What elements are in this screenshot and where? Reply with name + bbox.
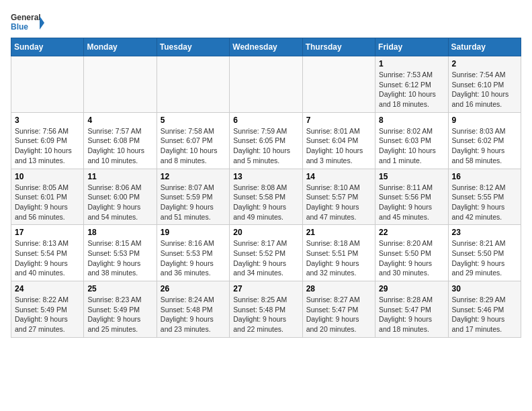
day-number: 16 [452, 172, 517, 181]
calendar-cell: 22 Sunrise: 8:20 AMSunset: 5:50 PMDaylig… [375, 225, 448, 281]
header-day: Monday [84, 38, 157, 56]
calendar-cell: 10 Sunrise: 8:05 AMSunset: 6:01 PMDaylig… [11, 169, 84, 225]
day-number: 24 [15, 284, 80, 293]
day-detail: Sunrise: 8:02 AMSunset: 6:03 PMDaylight:… [379, 127, 436, 165]
day-detail: Sunrise: 8:01 AMSunset: 6:04 PMDaylight:… [306, 127, 363, 165]
logo: General Blue [11, 11, 44, 35]
day-number: 28 [306, 284, 371, 293]
header-day: Wednesday [230, 38, 302, 56]
day-detail: Sunrise: 8:21 AMSunset: 5:50 PMDaylight:… [452, 239, 506, 277]
header-day: Sunday [11, 38, 84, 56]
calendar-cell: 17 Sunrise: 8:13 AMSunset: 5:54 PMDaylig… [11, 225, 84, 281]
header-day: Saturday [448, 38, 521, 56]
calendar-cell: 12 Sunrise: 8:07 AMSunset: 5:59 PMDaylig… [157, 169, 229, 225]
calendar-cell: 13 Sunrise: 8:08 AMSunset: 5:58 PMDaylig… [230, 169, 302, 225]
calendar-cell: 14 Sunrise: 8:10 AMSunset: 5:57 PMDaylig… [302, 169, 375, 225]
day-number: 18 [87, 228, 152, 237]
calendar-cell: 15 Sunrise: 8:11 AMSunset: 5:56 PMDaylig… [375, 169, 448, 225]
calendar-cell: 7 Sunrise: 8:01 AMSunset: 6:04 PMDayligh… [302, 112, 375, 169]
day-number: 9 [452, 116, 517, 125]
day-detail: Sunrise: 8:24 AMSunset: 5:48 PMDaylight:… [161, 295, 214, 333]
day-number: 10 [15, 172, 80, 181]
day-detail: Sunrise: 8:29 AMSunset: 5:46 PMDaylight:… [452, 295, 506, 333]
day-number: 27 [233, 284, 298, 293]
day-number: 11 [87, 172, 152, 181]
calendar-cell: 11 Sunrise: 8:06 AMSunset: 6:00 PMDaylig… [84, 169, 157, 225]
svg-text:General: General [11, 13, 41, 22]
day-detail: Sunrise: 8:12 AMSunset: 5:55 PMDaylight:… [452, 183, 506, 221]
day-number: 2 [452, 59, 517, 68]
calendar-cell [84, 56, 157, 113]
day-detail: Sunrise: 7:58 AMSunset: 6:07 PMDaylight:… [161, 127, 218, 165]
day-detail: Sunrise: 8:15 AMSunset: 5:53 PMDaylight:… [87, 239, 141, 277]
calendar-cell: 16 Sunrise: 8:12 AMSunset: 5:55 PMDaylig… [448, 169, 521, 225]
calendar-cell: 25 Sunrise: 8:23 AMSunset: 5:49 PMDaylig… [84, 281, 157, 338]
calendar-cell: 8 Sunrise: 8:02 AMSunset: 6:03 PMDayligh… [375, 112, 448, 169]
day-detail: Sunrise: 8:25 AMSunset: 5:48 PMDaylight:… [233, 295, 287, 333]
day-detail: Sunrise: 8:28 AMSunset: 5:47 PMDaylight:… [379, 295, 433, 333]
day-number: 26 [161, 284, 226, 293]
day-detail: Sunrise: 7:54 AMSunset: 6:10 PMDaylight:… [452, 71, 509, 108]
calendar-cell: 9 Sunrise: 8:03 AMSunset: 6:02 PMDayligh… [448, 112, 521, 169]
header-day: Tuesday [157, 38, 229, 56]
calendar-cell [302, 56, 375, 113]
day-detail: Sunrise: 8:20 AMSunset: 5:50 PMDaylight:… [379, 239, 433, 277]
calendar-cell: 6 Sunrise: 7:59 AMSunset: 6:05 PMDayligh… [230, 112, 302, 169]
day-detail: Sunrise: 8:17 AMSunset: 5:52 PMDaylight:… [233, 239, 287, 277]
calendar-cell: 1 Sunrise: 7:53 AMSunset: 6:12 PMDayligh… [375, 56, 448, 113]
day-number: 25 [87, 284, 152, 293]
day-detail: Sunrise: 8:05 AMSunset: 6:01 PMDaylight:… [15, 183, 69, 221]
calendar-cell: 30 Sunrise: 8:29 AMSunset: 5:46 PMDaylig… [448, 281, 521, 338]
calendar-cell: 4 Sunrise: 7:57 AMSunset: 6:08 PMDayligh… [84, 112, 157, 169]
day-detail: Sunrise: 8:16 AMSunset: 5:53 PMDaylight:… [161, 239, 214, 277]
calendar-cell: 21 Sunrise: 8:18 AMSunset: 5:51 PMDaylig… [302, 225, 375, 281]
calendar-cell [157, 56, 229, 113]
day-number: 12 [161, 172, 226, 181]
day-detail: Sunrise: 8:18 AMSunset: 5:51 PMDaylight:… [306, 239, 360, 277]
day-number: 21 [306, 228, 371, 237]
day-number: 15 [379, 172, 444, 181]
svg-marker-2 [40, 16, 44, 30]
day-detail: Sunrise: 7:56 AMSunset: 6:09 PMDaylight:… [15, 127, 72, 165]
day-detail: Sunrise: 7:57 AMSunset: 6:08 PMDaylight:… [87, 127, 144, 165]
calendar-cell [230, 56, 302, 113]
day-number: 17 [15, 228, 80, 237]
day-number: 14 [306, 172, 371, 181]
day-number: 7 [306, 116, 371, 125]
calendar-cell [11, 56, 84, 113]
calendar-cell: 23 Sunrise: 8:21 AMSunset: 5:50 PMDaylig… [448, 225, 521, 281]
day-detail: Sunrise: 8:08 AMSunset: 5:58 PMDaylight:… [233, 183, 287, 221]
day-detail: Sunrise: 8:07 AMSunset: 5:59 PMDaylight:… [161, 183, 214, 221]
day-detail: Sunrise: 8:22 AMSunset: 5:49 PMDaylight:… [15, 295, 69, 333]
day-number: 4 [87, 116, 152, 125]
calendar-cell: 3 Sunrise: 7:56 AMSunset: 6:09 PMDayligh… [11, 112, 84, 169]
day-number: 5 [161, 116, 226, 125]
calendar: SundayMondayTuesdayWednesdayThursdayFrid… [11, 38, 521, 338]
day-detail: Sunrise: 7:59 AMSunset: 6:05 PMDaylight:… [233, 127, 290, 165]
calendar-cell: 18 Sunrise: 8:15 AMSunset: 5:53 PMDaylig… [84, 225, 157, 281]
day-detail: Sunrise: 8:10 AMSunset: 5:57 PMDaylight:… [306, 183, 360, 221]
calendar-cell: 26 Sunrise: 8:24 AMSunset: 5:48 PMDaylig… [157, 281, 229, 338]
header-day: Friday [375, 38, 448, 56]
day-number: 19 [161, 228, 226, 237]
day-detail: Sunrise: 7:53 AMSunset: 6:12 PMDaylight:… [379, 71, 436, 108]
header-day: Thursday [302, 38, 375, 56]
day-number: 13 [233, 172, 298, 181]
day-number: 8 [379, 116, 444, 125]
calendar-cell: 5 Sunrise: 7:58 AMSunset: 6:07 PMDayligh… [157, 112, 229, 169]
calendar-cell: 19 Sunrise: 8:16 AMSunset: 5:53 PMDaylig… [157, 225, 229, 281]
day-detail: Sunrise: 8:23 AMSunset: 5:49 PMDaylight:… [87, 295, 141, 333]
day-number: 6 [233, 116, 298, 125]
calendar-cell: 27 Sunrise: 8:25 AMSunset: 5:48 PMDaylig… [230, 281, 302, 338]
day-detail: Sunrise: 8:27 AMSunset: 5:47 PMDaylight:… [306, 295, 360, 333]
calendar-cell: 29 Sunrise: 8:28 AMSunset: 5:47 PMDaylig… [375, 281, 448, 338]
day-number: 30 [452, 284, 517, 293]
svg-text:Blue: Blue [11, 22, 28, 32]
day-detail: Sunrise: 8:11 AMSunset: 5:56 PMDaylight:… [379, 183, 433, 221]
calendar-cell: 20 Sunrise: 8:17 AMSunset: 5:52 PMDaylig… [230, 225, 302, 281]
calendar-cell: 28 Sunrise: 8:27 AMSunset: 5:47 PMDaylig… [302, 281, 375, 338]
day-number: 29 [379, 284, 444, 293]
calendar-cell: 24 Sunrise: 8:22 AMSunset: 5:49 PMDaylig… [11, 281, 84, 338]
day-detail: Sunrise: 8:13 AMSunset: 5:54 PMDaylight:… [15, 239, 69, 277]
day-number: 3 [15, 116, 80, 125]
